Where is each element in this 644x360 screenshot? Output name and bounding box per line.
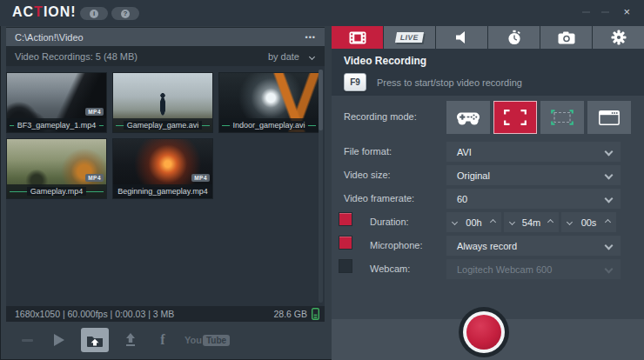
bottom-toolbar: f YouTube <box>6 323 325 357</box>
chevron-down-icon <box>605 242 614 250</box>
list-header: Video Recordings: 5 (48 MB) by date <box>6 47 325 66</box>
tab-benchmark[interactable] <box>488 26 540 49</box>
video-framerate-dropdown[interactable]: 60 <box>446 189 621 209</box>
gamepad-icon <box>455 109 481 126</box>
section-header: Video Recording F9 Press to start/stop v… <box>332 49 644 96</box>
filmstrip-icon <box>349 31 366 44</box>
info-icon: i <box>90 10 98 18</box>
status-bar: 1680x1050 | 60.000fps | 0:00.03 | 3 MB 2… <box>6 306 325 322</box>
minimize-to-tray-icon[interactable] <box>582 11 590 13</box>
thumbnail-caption: BF3_gameplay_1.mp4 <box>7 118 106 132</box>
chevron-down-icon <box>605 148 614 157</box>
microphone-label: Microphone: <box>370 240 423 250</box>
tab-settings[interactable] <box>593 26 644 49</box>
thumbnail-caption: Gameplay.mp4 <box>7 184 106 198</box>
record-button[interactable] <box>459 307 509 357</box>
duration-minutes-stepper[interactable]: 54m <box>504 212 559 232</box>
delete-icon <box>22 339 33 342</box>
video-thumbnail[interactable]: Gameplay_game.avi <box>113 73 212 132</box>
camera-icon <box>558 31 575 44</box>
game-mode-button[interactable] <box>446 101 490 134</box>
tab-live-streaming[interactable]: LIVE <box>384 26 435 49</box>
file-format-label: File format: <box>344 146 392 157</box>
chevron-up-icon[interactable] <box>490 219 496 225</box>
duration-spinners: 00h 54m 00s <box>446 212 616 232</box>
format-badge: MP4 <box>85 108 104 116</box>
delete-button[interactable] <box>17 329 37 351</box>
video-thumbnail[interactable]: Indoor_gameplay.avi <box>219 73 319 132</box>
hotkey-keycap: F9 <box>344 73 366 91</box>
titlebar: ACTION! i ? × <box>0 0 644 26</box>
window-icon <box>599 110 620 125</box>
video-size-dropdown[interactable]: Original <box>446 165 621 185</box>
minimize-icon[interactable] <box>601 11 609 13</box>
duration-checkbox[interactable] <box>339 212 352 226</box>
facebook-button[interactable]: f <box>152 329 173 351</box>
section-title: Video Recording <box>344 55 426 67</box>
fullscreen-brackets-icon <box>504 110 527 125</box>
window-mode-button[interactable] <box>587 101 631 134</box>
microphone-dropdown[interactable]: Always record <box>446 236 621 256</box>
chevron-down-icon[interactable] <box>509 219 515 225</box>
folder-path: C:\Action!\Video <box>15 32 84 43</box>
tab-screenshots[interactable] <box>540 26 592 49</box>
chevron-down-icon <box>605 195 614 203</box>
file-browser-panel: C:\Action!\Video ••• Video Recordings: 5… <box>6 27 325 322</box>
speaker-icon <box>455 30 469 44</box>
help-icon: ? <box>121 10 130 18</box>
close-icon[interactable]: × <box>623 5 630 18</box>
youtube-icon: You <box>184 335 202 345</box>
video-thumbnail[interactable]: MP4 Gameplay.mp4 <box>7 139 106 198</box>
tab-audio-recording[interactable] <box>436 26 487 49</box>
chevron-up-icon[interactable] <box>547 219 553 225</box>
play-button[interactable] <box>49 329 70 351</box>
recording-mode-label: Recording mode: <box>344 111 417 122</box>
webcam-checkbox[interactable] <box>339 259 352 273</box>
app-logo: ACTION! <box>12 4 77 21</box>
webcam-label: Webcam: <box>370 263 410 274</box>
chevron-up-icon[interactable] <box>605 219 611 225</box>
export-button[interactable] <box>120 329 141 351</box>
chevron-down-icon[interactable] <box>309 53 315 59</box>
file-format-dropdown[interactable]: AVI <box>446 142 621 162</box>
info-button[interactable]: i <box>80 7 108 20</box>
webcam-dropdown: Logitech Webcam 600 <box>446 259 621 279</box>
region-mode-button[interactable] <box>540 101 584 134</box>
video-thumbnail[interactable]: MP4 BF3_gameplay_1.mp4 <box>7 73 106 132</box>
help-button[interactable]: ? <box>111 7 139 20</box>
record-button-ring <box>463 311 505 353</box>
chevron-down-icon[interactable] <box>452 219 458 225</box>
recordings-count-label: Video Recordings: 5 (48 MB) <box>15 51 138 62</box>
chevron-down-icon[interactable] <box>567 219 573 225</box>
recording-info-text: 1680x1050 | 60.000fps | 0:00.03 | 3 MB <box>15 309 174 319</box>
facebook-icon: f <box>160 332 164 348</box>
video-thumbnail[interactable]: MP4 Beginning_gameplay.mp4 <box>113 139 212 198</box>
chevron-down-icon <box>605 265 614 274</box>
disk-space-icon <box>312 308 319 320</box>
upload-icon <box>124 332 138 348</box>
action-window: ACTION! i ? × C:\Action!\Video ••• Video… <box>0 0 644 360</box>
free-space-label: 28.6 GB <box>273 309 307 319</box>
tab-video-recording[interactable] <box>332 26 383 49</box>
microphone-checkbox[interactable] <box>339 236 352 250</box>
duration-seconds-stepper[interactable]: 00s <box>561 212 616 232</box>
folder-path-bar[interactable]: C:\Action!\Video ••• <box>6 28 325 46</box>
live-icon: LIVE <box>395 32 424 43</box>
stopwatch-icon <box>506 30 522 45</box>
duration-hours-stepper[interactable]: 00h <box>446 212 501 232</box>
chevron-down-icon <box>605 171 614 180</box>
youtube-button[interactable]: YouTube <box>184 335 230 346</box>
sort-by-date[interactable]: by date <box>268 51 299 62</box>
open-folder-button[interactable] <box>81 328 109 352</box>
format-badge: MP4 <box>85 174 104 182</box>
recording-mode-group <box>446 101 631 134</box>
recording-settings-form: Recording mode: File format: AVI Video s… <box>332 96 644 319</box>
scrollbar-thumb[interactable] <box>319 70 323 130</box>
fullscreen-mode-button[interactable] <box>493 101 537 134</box>
video-framerate-label: Video framerate: <box>344 193 414 203</box>
region-icon <box>551 110 574 125</box>
gear-icon <box>611 30 627 45</box>
format-badge: MP4 <box>191 174 210 182</box>
more-options-icon[interactable]: ••• <box>305 33 316 42</box>
thumbnail-caption: Beginning_gameplay.mp4 <box>113 184 212 198</box>
